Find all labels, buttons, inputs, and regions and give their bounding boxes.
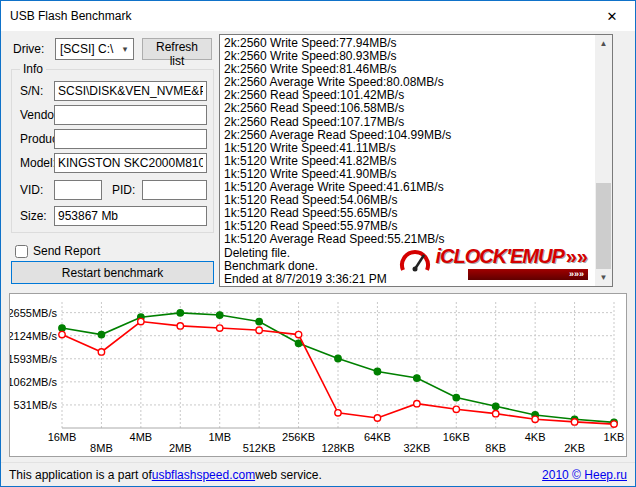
copyright-link[interactable]: 2010 © Heep.ru [542, 468, 627, 482]
status-text-suffix: web service. [255, 468, 322, 482]
log-text: 2k:2560 Write Speed:77.94MB/s 2k:2560 Wr… [224, 37, 593, 284]
send-report-row: Send Report [15, 244, 100, 258]
drive-selected-value: [SCSI] C:\ [56, 42, 117, 56]
pid-field[interactable] [142, 180, 207, 200]
close-icon: ✕ [607, 9, 618, 24]
svg-text:1593MB/s: 1593MB/s [10, 353, 57, 365]
model-label: Model: [20, 156, 56, 170]
app-window: USB Flash Benchmark ✕ Drive: [SCSI] C:\ … [0, 0, 636, 487]
svg-text:2655MB/s: 2655MB/s [10, 307, 57, 319]
scroll-down-icon[interactable]: ▼ [595, 269, 612, 286]
pid-label: PID: [112, 183, 135, 197]
log-panel: iCLOCK'EMUP »» »»» 2k:2560 Write Speed:7… [219, 34, 613, 287]
svg-text:16MB: 16MB [48, 431, 77, 443]
svg-text:8MB: 8MB [90, 442, 113, 454]
close-button[interactable]: ✕ [589, 1, 635, 31]
scrollbar-thumb[interactable] [596, 183, 611, 269]
svg-text:8KB: 8KB [485, 442, 506, 454]
status-text-prefix: This application is a part of [9, 468, 152, 482]
usbflashspeed-link[interactable]: usbflashspeed.com [152, 468, 255, 482]
chevron-down-icon: ▾ [117, 44, 133, 54]
svg-text:2MB: 2MB [169, 442, 192, 454]
restart-benchmark-button[interactable]: Restart benchmark [11, 261, 214, 284]
sn-field[interactable] [54, 81, 207, 101]
vendor-field[interactable] [54, 105, 207, 125]
window-title: USB Flash Benchmark [1, 9, 131, 23]
svg-text:32KB: 32KB [403, 442, 430, 454]
svg-text:64KB: 64KB [364, 431, 391, 443]
info-groupbox: Info S/N: Vendor: Product: Model: VID: P… [11, 69, 214, 233]
sn-label: S/N: [20, 84, 43, 98]
svg-text:531MB/s: 531MB/s [14, 399, 58, 411]
benchmark-chart-svg: 531MB/s1062MB/s1593MB/s2124MB/s2655MB/s1… [10, 294, 626, 456]
svg-text:1MB: 1MB [208, 431, 231, 443]
svg-text:256KB: 256KB [282, 431, 315, 443]
svg-text:1KB: 1KB [604, 431, 625, 443]
svg-text:1062MB/s: 1062MB/s [10, 376, 57, 388]
title-bar: USB Flash Benchmark ✕ [1, 1, 635, 31]
benchmark-chart: 531MB/s1062MB/s1593MB/s2124MB/s2655MB/s1… [9, 293, 627, 457]
product-field[interactable] [54, 129, 207, 149]
svg-text:2124MB/s: 2124MB/s [10, 330, 57, 342]
model-field[interactable] [54, 153, 207, 173]
window-content: Drive: [SCSI] C:\ ▾ Refresh list Info S/… [1, 31, 635, 486]
status-bar: This application is a part of usbflashsp… [1, 462, 635, 486]
svg-text:128KB: 128KB [321, 442, 354, 454]
scroll-up-icon[interactable]: ▲ [595, 35, 612, 52]
svg-text:16KB: 16KB [443, 431, 470, 443]
vid-field[interactable] [54, 180, 102, 200]
send-report-checkbox[interactable] [15, 245, 28, 258]
vid-label: VID: [20, 183, 43, 197]
drive-select[interactable]: [SCSI] C:\ ▾ [55, 38, 134, 60]
info-legend: Info [20, 62, 46, 76]
size-field[interactable] [54, 206, 207, 226]
svg-text:2KB: 2KB [564, 442, 585, 454]
drive-label: Drive: [13, 42, 44, 56]
log-scrollbar[interactable]: ▲ ▼ [595, 35, 612, 286]
svg-text:512KB: 512KB [243, 442, 276, 454]
svg-text:4MB: 4MB [130, 431, 153, 443]
size-label: Size: [20, 209, 47, 223]
send-report-label: Send Report [33, 244, 100, 258]
refresh-list-button[interactable]: Refresh list [142, 38, 212, 60]
svg-text:4KB: 4KB [525, 431, 546, 443]
